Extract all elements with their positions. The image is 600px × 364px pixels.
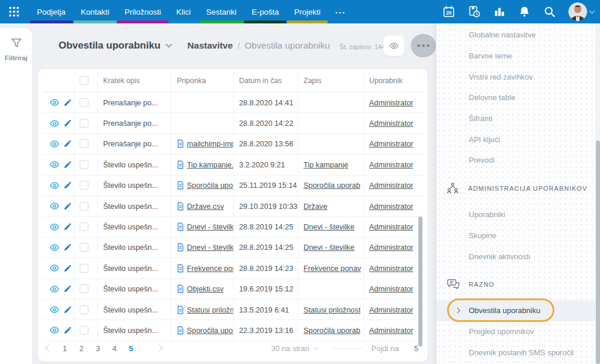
view-record-icon[interactable] — [50, 202, 59, 210]
record-link[interactable]: Sporočila uporab — [304, 326, 360, 335]
select-all-checkbox[interactable] — [80, 76, 88, 85]
row-checkbox[interactable] — [80, 181, 88, 190]
attachment-link[interactable]: Države.csv — [187, 202, 224, 211]
column-header-uporabnik[interactable]: Uporabnik — [364, 69, 423, 92]
table-scrollbar[interactable] — [418, 217, 422, 346]
settings-menu-item[interactable]: Prevodi — [437, 150, 600, 171]
view-record-icon[interactable] — [50, 119, 59, 128]
page-scrollbar-track[interactable] — [595, 22, 600, 364]
settings-menu-item[interactable]: API ključi — [437, 129, 600, 150]
column-header-priponka[interactable]: Priponka — [172, 69, 234, 92]
view-record-icon[interactable] — [50, 98, 59, 107]
activity-log-icon[interactable] — [468, 5, 480, 18]
previous-page-chevron-icon[interactable] — [45, 345, 52, 351]
edit-record-icon[interactable] — [64, 223, 71, 231]
filter-rail[interactable]: Filtriraj — [0, 28, 32, 364]
view-record-icon[interactable] — [50, 285, 59, 293]
row-checkbox[interactable] — [80, 160, 88, 169]
view-record-icon[interactable] — [50, 326, 59, 334]
user-link[interactable]: Administrator — [369, 243, 413, 252]
user-link[interactable]: Administrator — [369, 326, 413, 335]
goto-page-input[interactable]: 5 — [414, 344, 418, 353]
page-button-3[interactable]: 3 — [96, 344, 100, 353]
page-button-1[interactable]: 1 — [63, 344, 67, 353]
edit-record-icon[interactable] — [64, 285, 71, 293]
edit-record-icon[interactable] — [64, 161, 71, 169]
row-checkbox[interactable] — [80, 326, 88, 335]
record-link[interactable]: Tip kampanje — [304, 160, 348, 169]
row-checkbox[interactable] — [80, 243, 88, 252]
attachment-link[interactable]: Sporočila upor — [187, 181, 233, 190]
edit-record-icon[interactable] — [64, 99, 71, 107]
record-link[interactable]: Dnevi - številke — [304, 243, 354, 252]
edit-record-icon[interactable] — [64, 306, 71, 314]
edit-record-icon[interactable] — [64, 327, 71, 334]
record-link[interactable]: Statusi priložnost — [304, 305, 360, 314]
page-button-5-active[interactable]: 5 — [129, 344, 133, 353]
attachment-link[interactable]: Dnevi - številk — [187, 243, 233, 252]
nav-tab[interactable]: E-pošta — [244, 0, 287, 23]
reports-bar-chart-icon[interactable] — [493, 5, 506, 18]
row-checkbox[interactable] — [80, 305, 88, 314]
view-record-icon[interactable] — [50, 243, 59, 252]
row-checkbox[interactable] — [80, 119, 88, 128]
page-button-2[interactable]: 2 — [79, 344, 83, 353]
user-link[interactable]: Administrator — [369, 222, 413, 231]
row-checkbox[interactable] — [80, 284, 88, 293]
title-chevron-down-icon[interactable] — [165, 41, 172, 47]
settings-menu-item[interactable]: Barvne teme — [437, 46, 600, 67]
breadcrumb-parent[interactable]: Nastavitve — [188, 40, 233, 51]
edit-record-icon[interactable] — [64, 181, 71, 189]
nav-tab[interactable]: Klici — [169, 0, 199, 23]
view-record-icon[interactable] — [50, 305, 59, 314]
calendar-icon[interactable]: 20 — [442, 5, 455, 18]
view-record-icon[interactable] — [50, 140, 59, 148]
view-record-icon[interactable] — [50, 223, 59, 231]
app-grid-button[interactable] — [0, 0, 28, 23]
nav-more-button[interactable]: ... — [328, 0, 353, 23]
next-page-chevron-icon[interactable] — [156, 345, 163, 351]
user-link[interactable]: Administrator — [369, 305, 413, 314]
nav-tab[interactable]: Projekti — [287, 0, 328, 23]
user-link[interactable]: Administrator — [369, 264, 413, 273]
attachment-link[interactable]: Tip kampanje. — [187, 160, 233, 169]
column-header-zapis[interactable]: Zapis — [298, 69, 364, 92]
record-link[interactable]: Frekvence ponav — [304, 264, 361, 273]
settings-menu-item[interactable]: Dnevnik poslanih SMS sporočil — [437, 342, 600, 363]
settings-menu-item[interactable]: Delovne table — [437, 87, 600, 108]
view-record-icon[interactable] — [50, 264, 59, 272]
settings-menu-item[interactable]: Šifranti — [437, 108, 600, 129]
nav-tab[interactable]: Podjetja — [29, 0, 73, 23]
page-scrollbar-thumb[interactable] — [596, 140, 600, 364]
attachment-link[interactable]: Sporočila upor — [187, 326, 233, 335]
record-link[interactable]: Sporočila uporab — [304, 181, 360, 190]
preview-toggle-button[interactable] — [383, 35, 405, 56]
settings-menu-item[interactable]: Skupine — [437, 225, 600, 246]
view-record-icon[interactable] — [50, 181, 59, 190]
search-icon[interactable] — [543, 5, 556, 18]
edit-record-icon[interactable] — [64, 202, 71, 210]
page-button-4[interactable]: 4 — [112, 344, 117, 353]
nav-tab[interactable]: Sestanki — [199, 0, 244, 23]
edit-record-icon[interactable] — [64, 265, 71, 272]
nav-tab[interactable]: Kontakti — [73, 0, 117, 23]
record-link[interactable]: Države — [304, 202, 328, 211]
settings-menu-item-obvestila-uporabniku[interactable]: Obvestila uporabniku — [437, 300, 600, 321]
edit-record-icon[interactable] — [64, 140, 71, 147]
settings-menu-item[interactable]: Vrstni red zavihkov — [437, 66, 600, 87]
attachment-link[interactable]: mailchimp-imp — [187, 139, 233, 148]
row-checkbox[interactable] — [80, 98, 88, 107]
user-link[interactable]: Administrator — [369, 139, 413, 148]
user-link[interactable]: Administrator — [369, 202, 413, 211]
attachment-link[interactable]: Objekti.csv — [187, 284, 224, 293]
user-link[interactable]: Administrator — [369, 284, 413, 293]
notifications-bell-icon[interactable] — [518, 5, 531, 18]
user-link[interactable]: Administrator — [369, 98, 413, 107]
view-record-icon[interactable] — [50, 160, 59, 169]
edit-record-icon[interactable] — [64, 119, 71, 127]
row-checkbox[interactable] — [80, 202, 88, 211]
settings-menu-item[interactable]: Uporabniki — [437, 204, 600, 225]
row-checkbox[interactable] — [80, 264, 88, 273]
user-link[interactable]: Administrator — [369, 181, 413, 190]
attachment-link[interactable]: Frekvence pon — [187, 264, 233, 273]
